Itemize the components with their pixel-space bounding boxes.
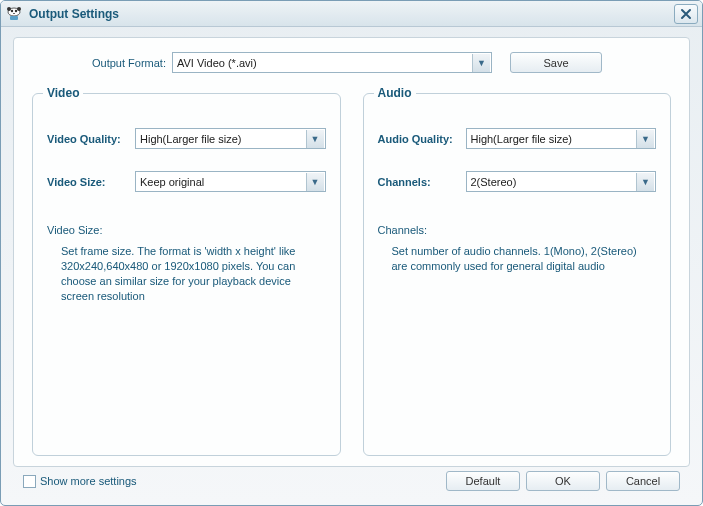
video-size-value: Keep original	[140, 176, 204, 188]
app-icon	[5, 5, 23, 23]
titlebar: Output Settings	[1, 1, 702, 27]
close-icon	[680, 8, 692, 20]
video-quality-value: High(Larger file size)	[140, 133, 241, 145]
window-title: Output Settings	[29, 7, 674, 21]
output-format-label: Output Format:	[92, 57, 166, 69]
svg-point-4	[7, 7, 11, 11]
audio-quality-select[interactable]: High(Larger file size) ▼	[466, 128, 657, 149]
audio-fieldset: Audio Audio Quality: High(Larger file si…	[363, 93, 672, 456]
video-quality-label: Video Quality:	[47, 133, 135, 145]
svg-rect-6	[10, 16, 18, 20]
video-help-text: Set frame size. The format is 'width x h…	[47, 244, 326, 303]
video-size-select[interactable]: Keep original ▼	[135, 171, 326, 192]
chevron-down-icon: ▼	[636, 173, 654, 191]
svg-point-2	[15, 9, 17, 11]
video-quality-row: Video Quality: High(Larger file size) ▼	[47, 128, 326, 149]
content-area: Output Format: AVI Video (*.avi) ▼ Save …	[1, 27, 702, 505]
audio-channels-row: Channels: 2(Stereo) ▼	[378, 171, 657, 192]
svg-point-5	[17, 7, 21, 11]
save-button[interactable]: Save	[510, 52, 602, 73]
audio-help-title: Channels:	[378, 224, 657, 236]
show-more-label[interactable]: Show more settings	[40, 475, 137, 487]
ok-button[interactable]: OK	[526, 471, 600, 491]
close-button[interactable]	[674, 4, 698, 24]
show-more-checkbox[interactable]	[23, 475, 36, 488]
video-size-row: Video Size: Keep original ▼	[47, 171, 326, 192]
audio-quality-label: Audio Quality:	[378, 133, 466, 145]
video-quality-select[interactable]: High(Larger file size) ▼	[135, 128, 326, 149]
output-settings-window: Output Settings Output Format: AVI Video…	[0, 0, 703, 506]
output-format-select[interactable]: AVI Video (*.avi) ▼	[172, 52, 492, 73]
audio-help-text: Set number of audio channels. 1(Mono), 2…	[378, 244, 657, 274]
cancel-button[interactable]: Cancel	[606, 471, 680, 491]
audio-legend: Audio	[374, 86, 416, 100]
audio-quality-row: Audio Quality: High(Larger file size) ▼	[378, 128, 657, 149]
chevron-down-icon: ▼	[472, 54, 490, 72]
footer: Show more settings Default OK Cancel	[13, 467, 690, 495]
chevron-down-icon: ▼	[306, 130, 324, 148]
default-button[interactable]: Default	[446, 471, 520, 491]
video-size-label: Video Size:	[47, 176, 135, 188]
output-format-value: AVI Video (*.avi)	[177, 57, 257, 69]
chevron-down-icon: ▼	[306, 173, 324, 191]
output-format-row: Output Format: AVI Video (*.avi) ▼ Save	[32, 52, 671, 73]
chevron-down-icon: ▼	[636, 130, 654, 148]
video-legend: Video	[43, 86, 83, 100]
video-help-title: Video Size:	[47, 224, 326, 236]
audio-quality-value: High(Larger file size)	[471, 133, 572, 145]
audio-channels-label: Channels:	[378, 176, 466, 188]
settings-columns: Video Video Quality: High(Larger file si…	[32, 93, 671, 456]
audio-channels-value: 2(Stereo)	[471, 176, 517, 188]
audio-channels-select[interactable]: 2(Stereo) ▼	[466, 171, 657, 192]
video-fieldset: Video Video Quality: High(Larger file si…	[32, 93, 341, 456]
svg-point-1	[11, 9, 13, 11]
show-more-wrap: Show more settings	[23, 475, 440, 488]
svg-point-3	[13, 12, 15, 13]
inner-panel: Output Format: AVI Video (*.avi) ▼ Save …	[13, 37, 690, 467]
